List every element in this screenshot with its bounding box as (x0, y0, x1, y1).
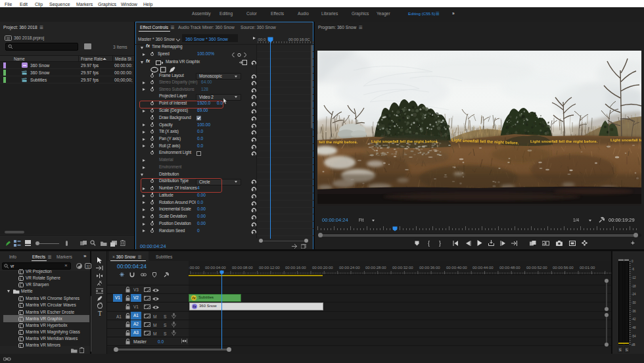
svg-text:Light snowfall fell the night: Light snowfall fell the night before. (371, 139, 439, 143)
svg-text:Light snowfall fell the night: Light snowfall fell the night before. (610, 137, 641, 142)
svg-text:Light snowfall fell the night: Light snowfall fell the night before. (530, 139, 598, 143)
svg-text:Light snowfall fell the night: Light snowfall fell the night before. (317, 139, 358, 144)
